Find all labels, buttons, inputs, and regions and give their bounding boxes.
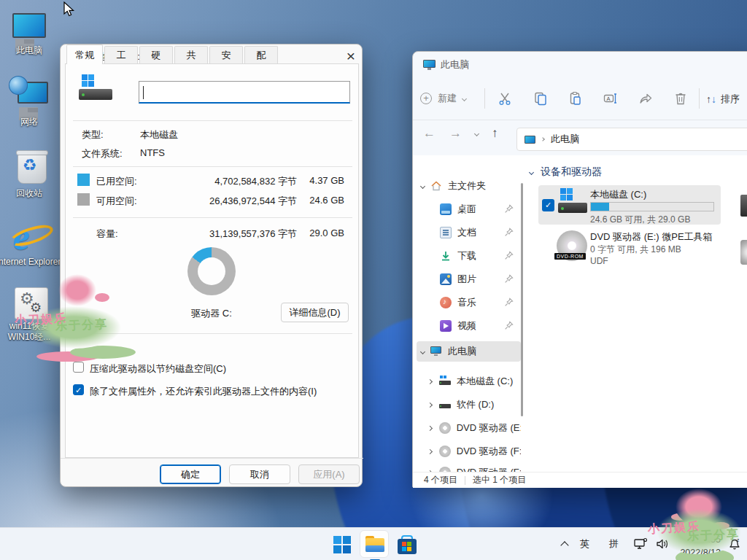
share-button[interactable] [638, 91, 653, 106]
copy-button[interactable] [533, 91, 548, 106]
desktop-icon-this-pc[interactable] [12, 13, 46, 38]
ime-mode-button[interactable]: 拼 [609, 537, 619, 551]
sidebar-label: 此电脑 [448, 345, 476, 358]
drive-name: 本地磁盘 (C:) [590, 188, 646, 201]
chevron-right-icon [427, 378, 433, 384]
item-checkbox[interactable]: ✓ [542, 199, 554, 211]
cut-button[interactable] [498, 91, 512, 106]
address-bar[interactable]: 此电脑 [516, 128, 747, 151]
tray-time: 14:55 [671, 534, 721, 547]
tab-quota[interactable]: 配额 [244, 46, 278, 63]
tab-sharing[interactable]: 共享 [174, 46, 208, 63]
desktop-icon-label[interactable]: 回收站 [0, 188, 62, 199]
sidebar-item-desktop[interactable]: 桌面 [417, 199, 521, 219]
sidebar-item-documents[interactable]: 文档 [417, 222, 521, 243]
up-button[interactable]: ↑ [492, 126, 498, 141]
pin-icon [504, 274, 514, 284]
divider [73, 217, 352, 218]
details-button[interactable]: 详细信息(D) [281, 303, 349, 322]
sidebar-label: 视频 [457, 319, 476, 332]
section-header-devices[interactable]: 设备和驱动器 [530, 164, 676, 180]
desktop-icon-label[interactable]: win11恢复 WIN10经... [0, 321, 62, 343]
sidebar-label: 本地磁盘 (C:) [457, 375, 513, 388]
toolbar-separator [484, 88, 485, 109]
chevron-down-icon [420, 183, 425, 188]
sidebar-item-downloads[interactable]: 下载 [417, 246, 521, 266]
drive-icon [558, 187, 587, 219]
pin-icon [504, 298, 514, 307]
sidebar-item-dvd-f[interactable]: DVD 驱动器 (F:) [417, 441, 521, 462]
sidebar-item-videos[interactable]: 视频 [417, 316, 521, 336]
index-checkbox-label[interactable]: 除了文件属性外，还允许索引此驱动器上文件的内容(I) [90, 385, 317, 398]
sidebar-item-drive-d[interactable]: 软件 (D:) [417, 394, 521, 415]
back-button[interactable]: ← [423, 126, 436, 141]
ok-button[interactable]: 确定 [160, 464, 221, 484]
drive-item-c[interactable]: ✓ 本地磁盘 (C:) 24.6 GB 可用, 共 29.0 GB [538, 185, 721, 225]
index-checkbox[interactable]: ✓ [73, 384, 84, 395]
clipped-dvd-icon [740, 240, 747, 265]
tab-security[interactable]: 安全 [209, 46, 243, 63]
sidebar-scrollbar[interactable] [521, 183, 523, 416]
desktop-icon-win11-restore[interactable]: ⚙ ⚙ [15, 287, 48, 319]
general-tab-panel: 类型: 本地磁盘 文件系统: NTFS 已用空间: 4,702,584,832 … [65, 63, 359, 458]
properties-dialog: 本地磁盘 (C:) 属性 × 常规 工具 硬件 共享 安全 配额 [60, 44, 363, 487]
globe-icon [9, 76, 28, 95]
network-tray-icon[interactable] [633, 537, 648, 551]
capacity-gb: 29.0 GB [286, 228, 344, 238]
history-chevron-icon[interactable] [474, 131, 479, 136]
tray-clock[interactable]: 14:55 2022/8/12 [671, 534, 721, 559]
sidebar-item-dvd-e[interactable]: DVD 驱动器 (E:) [417, 418, 521, 438]
sidebar-item-music[interactable]: ♪ 音乐 [417, 292, 521, 313]
tab-tools[interactable]: 工具 [104, 46, 138, 63]
desktop-icon-label[interactable]: Internet Explorer [0, 257, 61, 268]
ime-language-button[interactable]: 英 [580, 537, 589, 551]
desktop-icon-recycle-bin[interactable]: ♻ [16, 150, 48, 185]
paste-button[interactable] [568, 91, 583, 106]
pin-icon [504, 321, 514, 330]
cancel-button[interactable]: 取消 [229, 464, 290, 484]
compress-checkbox[interactable] [73, 362, 84, 373]
tab-general[interactable]: 常规 [66, 44, 103, 64]
divider [73, 120, 352, 121]
tray-date: 2022/8/12 [671, 547, 721, 560]
sidebar-label: DVD 驱动器 (E:) [457, 421, 521, 435]
tray-overflow-chevron[interactable] [560, 541, 568, 549]
downloads-icon [440, 250, 452, 262]
forward-button[interactable]: → [449, 126, 462, 141]
sort-button[interactable]: ↑↓ 排序 [706, 91, 740, 107]
start-button[interactable] [330, 533, 355, 556]
volume-label-input[interactable] [139, 81, 350, 104]
toolbar-separator [699, 88, 700, 109]
dvd-icon [439, 422, 451, 434]
sort-button-label: 排序 [721, 93, 740, 106]
drive-filesystem: UDF [590, 256, 608, 266]
pin-icon [504, 228, 514, 237]
gear-icon: ⚙ [30, 300, 42, 316]
volume-tray-icon[interactable] [655, 537, 670, 551]
type-value: 本地磁盘 [140, 128, 178, 141]
taskbar-explorer-button[interactable] [360, 530, 389, 558]
new-button[interactable]: + 新建 [420, 87, 477, 110]
desktop-icon-label[interactable]: 此电脑 [0, 45, 62, 56]
desktop-icon-network[interactable] [18, 82, 48, 104]
desktop-icon-label[interactable]: 网络 [0, 117, 62, 128]
delete-button[interactable] [673, 91, 688, 106]
sidebar-item-this-pc[interactable]: 此电脑 [417, 341, 521, 362]
tab-hardware[interactable]: 硬件 [139, 46, 173, 63]
notification-bell-icon[interactable]: z [727, 537, 743, 551]
sidebar-item-pictures[interactable]: 图片 [417, 269, 521, 289]
status-bar: 4 个项目 选中 1 个项目 [413, 472, 747, 488]
sidebar-item-home[interactable]: 主文件夹 [417, 176, 521, 196]
taskbar-store-button[interactable] [395, 533, 419, 556]
breadcrumb[interactable]: 此电脑 [551, 133, 579, 146]
compress-checkbox-label[interactable]: 压缩此驱动器以节约磁盘空间(C) [90, 362, 226, 376]
sidebar-item-drive-c[interactable]: 本地磁盘 (C:) [417, 371, 521, 392]
apply-button[interactable]: 应用(A) [298, 464, 360, 484]
rename-button[interactable]: A [603, 91, 618, 106]
desktop-icon-internet-explorer[interactable]: e [12, 217, 53, 257]
taskbar: 英 拼 14:55 2022/8/12 z [0, 527, 747, 560]
explorer-window-icon [423, 60, 436, 70]
this-pc-icon [430, 346, 442, 357]
drive-item-dvd-e[interactable]: DVD-ROM DVD 驱动器 (E:) 微PE工具箱 0 字节 可用, 共 1… [538, 229, 721, 267]
start-logo-icon [333, 536, 341, 544]
